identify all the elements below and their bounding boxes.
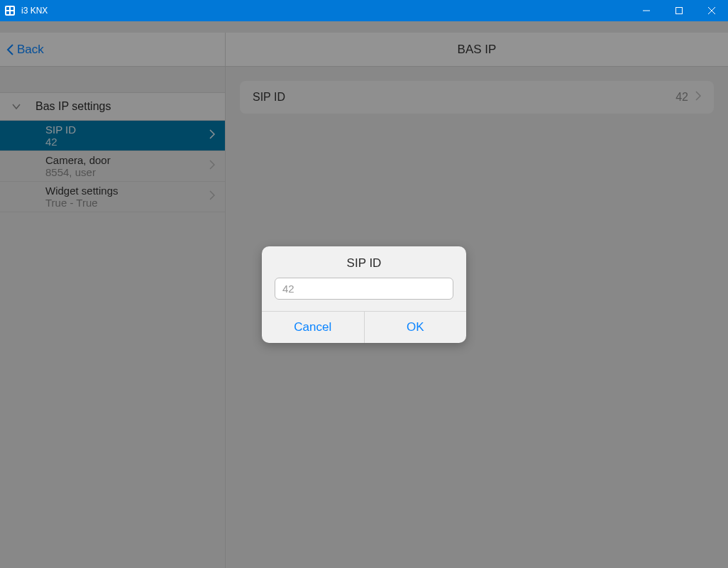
window-close-button[interactable] [695,0,728,21]
svg-rect-6 [676,8,683,14]
modal-overlay: SIP ID Cancel OK [0,21,728,568]
svg-rect-1 [6,7,9,10]
sip-id-dialog: SIP ID Cancel OK [262,246,466,343]
ok-button[interactable]: OK [364,312,467,343]
svg-rect-3 [6,11,9,14]
app-icon [4,5,16,16]
window-title: i3 KNX [21,6,630,16]
window-maximize-button[interactable] [663,0,695,21]
window-minimize-button[interactable] [630,0,663,21]
cancel-button[interactable]: Cancel [262,312,364,343]
svg-rect-4 [11,11,13,14]
dialog-title: SIP ID [262,246,466,278]
sip-id-input[interactable] [275,278,453,300]
window-titlebar: i3 KNX [0,0,728,21]
svg-rect-2 [11,7,13,10]
